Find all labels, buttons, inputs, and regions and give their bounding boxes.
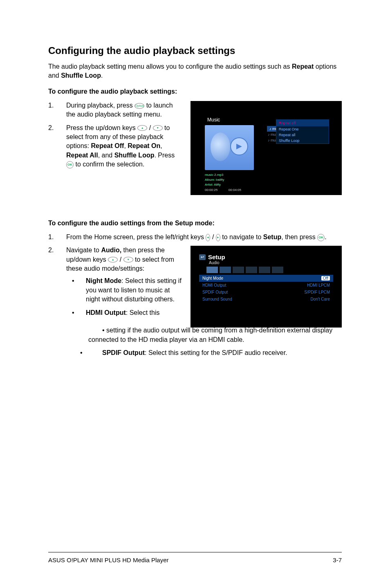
audio-label: Audio, [101, 247, 121, 254]
bullet-hdmi-output-cont: setting if the audio output will be comi… [66, 326, 342, 344]
ss-menu-item: Repeat One [276, 126, 329, 132]
left-key-icon: ◂ [206, 234, 210, 241]
step-text: From the Home screen, press the left/rig… [66, 233, 206, 240]
ss-tab-icons [206, 267, 333, 273]
section-title: Configuring the audio playback settings [48, 45, 342, 56]
system-tab-icon [206, 267, 218, 273]
ss-repeat-menu: Repeat off Repeat One Repeat all Shuffle… [276, 119, 329, 144]
bullet-title: HDMI Output [86, 309, 126, 316]
intro-bold-shuffle: Shuffle Loop [61, 72, 101, 79]
up-key-icon: ▲ [108, 257, 118, 263]
ss-music-title: Music [207, 117, 220, 123]
ss-setup-title: ↩ Setup [199, 254, 333, 260]
intro-paragraph: The audio playback setting menu allows y… [48, 62, 342, 81]
video-tab-icon [233, 267, 244, 273]
step-text: . Press [154, 152, 175, 159]
setting-row-spdif: SPDIF OutputS/PDIF LPCM [199, 289, 333, 296]
option-repeat-all: Repeat All [66, 152, 98, 159]
setup-step-2: Navigate to Audio, then press the up/dow… [48, 246, 182, 273]
bullet-night-mode: Night Mode: Select this setting if you w… [66, 276, 182, 304]
step-2: Press the up/down keys ▲ / ▼ to select f… [48, 123, 182, 169]
ss-setup-subtitle: Audio [209, 260, 333, 265]
footer-page-number: 3-7 [333, 557, 342, 563]
step-text: to confirm the selection. [74, 161, 144, 168]
bullet-title: Night Mode [86, 277, 121, 284]
bullet-title: SPDIF Output [102, 349, 145, 356]
setting-row-night-mode: Night ModeOff [199, 275, 333, 282]
ss-settings-list: Night ModeOff HDMI OutputHDMI LPCM SPDIF… [199, 275, 333, 303]
setting-row-hdmi: HDMI OutputHDMI LPCM [199, 282, 333, 289]
intro-text: The audio playback setting menu allows y… [48, 63, 292, 70]
subheading-playback: To configure the audio playback settings… [48, 88, 342, 95]
bullet-text: : Select this [126, 309, 160, 316]
setup-screenshot: ↩ Setup Audio Night ModeOff HDMI OutputH… [191, 246, 342, 328]
firmware-tab-icon [272, 267, 283, 273]
back-icon: ↩ [199, 254, 206, 260]
step-text: Press the up/down keys [66, 124, 137, 131]
step-1: During playback, press Option to launch … [48, 101, 182, 119]
subheading-setup-mode: To configure the audio settings from the… [48, 220, 342, 227]
ss-progress: 00:00:25 00:04:05 [205, 188, 241, 192]
setup-step-1: From the Home screen, press the left/rig… [48, 233, 342, 242]
album-art-icon [205, 125, 254, 170]
ok-button-icon: OK [317, 234, 325, 241]
option-shuffle-loop: Shuffle Loop [114, 152, 155, 159]
up-key-icon: ▲ [137, 125, 147, 131]
step-text: / [147, 124, 152, 131]
option-button-icon: Option [134, 103, 144, 109]
option-repeat-off: Repeat Off [91, 142, 124, 149]
option-repeat-on: Repeat On [128, 142, 160, 149]
step-text: During playback, press [66, 102, 134, 109]
ss-menu-item: Repeat all [276, 132, 329, 138]
ss-meta: music 2.mp3 Album: ballfly Artist: Alifl… [205, 173, 224, 187]
ss-menu-header: Repeat off [276, 120, 329, 126]
intro-bold-repeat: Repeat [292, 63, 314, 70]
step-text: , then press [281, 233, 317, 240]
music-screenshot: Music music 2.mp3 Album: ballfly Artist:… [191, 101, 342, 195]
bullet-text: setting if the audio output will be comi… [88, 327, 332, 343]
step-text: to navigate to [220, 233, 263, 240]
step-text: Navigate to [66, 247, 101, 254]
setting-row-surround: Surround SoundDon't Care [199, 296, 333, 303]
settings-tab-icon [246, 267, 257, 273]
bullet-hdmi-output-start: HDMI Output: Select this [66, 308, 182, 317]
page-footer: ASUS O!PLAY MINI PLUS HD Media Player 3-… [48, 552, 342, 563]
right-key-icon: ▸ [216, 234, 220, 241]
down-key-icon: ▼ [153, 125, 163, 131]
ss-menu-item: Shuffle Loop [276, 138, 329, 144]
ok-button-icon: OK [66, 161, 74, 168]
bullet-spdif-output: SPDIF Output: Select this setting for th… [66, 348, 342, 357]
down-key-icon: ▼ [123, 257, 133, 263]
bullet-text: : Select this setting for the S/PDIF aud… [145, 349, 287, 356]
setup-label: Setup [263, 233, 281, 240]
footer-product-name: ASUS O!PLAY MINI PLUS HD Media Player [48, 557, 169, 563]
network-tab-icon [259, 267, 270, 273]
intro-text: . [101, 72, 103, 79]
audio-tab-icon [220, 267, 231, 273]
